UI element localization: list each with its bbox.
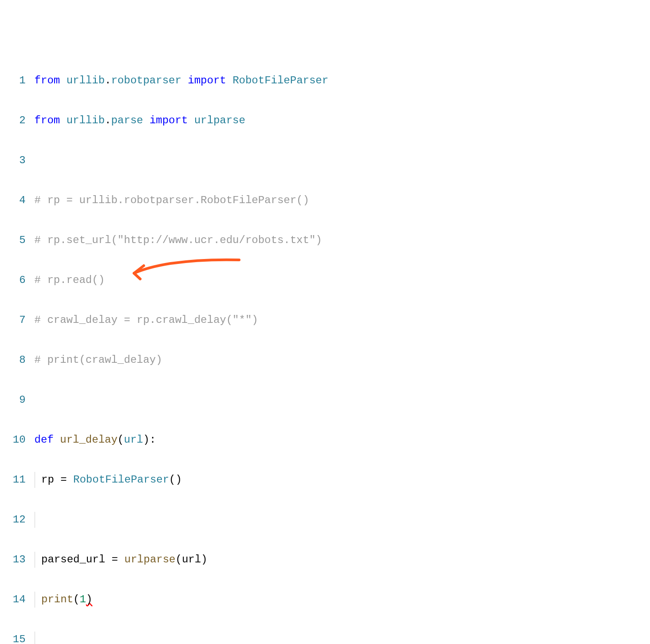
code-line[interactable]: def url_delay(url): — [35, 432, 650, 448]
line-number: 11 — [0, 472, 26, 488]
line-number-gutter: 1 2 3 4 5 6 7 8 9 10 11 12 13 14 15 16 1… — [0, 49, 35, 644]
line-number: 13 — [0, 552, 26, 568]
code-line[interactable]: # print(crawl_delay) — [35, 352, 650, 368]
line-number: 2 — [0, 113, 26, 129]
code-line[interactable]: from urllib.robotparser import RobotFile… — [35, 73, 650, 89]
line-number: 1 — [0, 73, 26, 89]
line-number: 12 — [0, 512, 26, 528]
error-squiggle: ) — [86, 593, 92, 605]
code-content[interactable]: from urllib.robotparser import RobotFile… — [35, 49, 650, 644]
line-number: 6 — [0, 272, 26, 288]
line-number: 5 — [0, 232, 26, 248]
code-line[interactable] — [35, 392, 650, 408]
code-line[interactable] — [35, 512, 650, 528]
line-number: 8 — [0, 352, 26, 368]
code-line[interactable]: # rp.set_url("http://www.ucr.edu/robots.… — [35, 232, 650, 248]
code-line[interactable]: from urllib.parse import urlparse — [35, 113, 650, 129]
code-line[interactable]: rp = RobotFileParser() — [35, 472, 650, 488]
line-number: 10 — [0, 432, 26, 448]
line-number: 4 — [0, 192, 26, 208]
code-line[interactable] — [35, 153, 650, 169]
line-number: 7 — [0, 312, 26, 328]
code-line[interactable]: print(1) — [35, 592, 650, 608]
code-editor[interactable]: 1 2 3 4 5 6 7 8 9 10 11 12 13 14 15 16 1… — [0, 48, 650, 644]
line-number: 15 — [0, 632, 26, 644]
code-line[interactable]: # rp.read() — [35, 272, 650, 288]
code-line[interactable]: # crawl_delay = rp.crawl_delay("*") — [35, 312, 650, 328]
code-line[interactable] — [35, 632, 650, 644]
line-number: 14 — [0, 592, 26, 608]
line-number: 9 — [0, 392, 26, 408]
line-number: 3 — [0, 153, 26, 169]
code-line[interactable]: parsed_url = urlparse(url) — [35, 552, 650, 568]
code-line[interactable]: # rp = urllib.robotparser.RobotFileParse… — [35, 192, 650, 208]
